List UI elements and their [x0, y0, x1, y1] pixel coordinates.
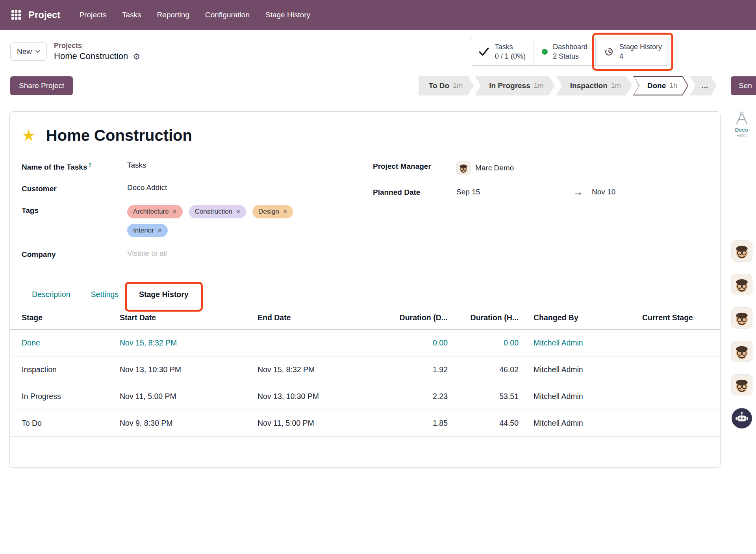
header-duration-hours[interactable]: Duration (H...: [452, 306, 523, 330]
breadcrumb-area: New Projects Home Construction ⚙: [10, 42, 140, 61]
stage-status-bar: To Do 1m In Progress 1m Inspaction 1m Do…: [419, 76, 717, 96]
cell-current-stage: [637, 329, 721, 356]
table-row-todo[interactable]: To Do Nov 9, 8:30 PM Nov 11, 5:00 PM 1.8…: [10, 410, 721, 436]
apps-grid-icon[interactable]: [11, 10, 21, 20]
odoobot-avatar[interactable]: [731, 408, 752, 429]
tag-construction[interactable]: Construction×: [189, 205, 246, 218]
header-start-date[interactable]: Start Date: [115, 306, 253, 330]
nav-item-configuration[interactable]: Configuration: [205, 11, 250, 19]
field-tags: Tags Architecture× Construction× Design×: [22, 205, 357, 237]
main-column: New Projects Home Construction ⚙ Tasks: [0, 30, 727, 554]
header-stage[interactable]: Stage: [10, 306, 115, 330]
nav-item-tasks[interactable]: Tasks: [122, 11, 141, 19]
tag-remove-icon[interactable]: ×: [173, 208, 177, 216]
cell-current-stage: [637, 383, 721, 410]
stage-done-active[interactable]: Done 1h: [633, 76, 689, 96]
nav-item-stage-history[interactable]: Stage History: [265, 11, 310, 19]
cell-start-date: Nov 9, 8:30 PM: [115, 410, 253, 436]
tag-architecture[interactable]: Architecture×: [127, 205, 183, 218]
header-changed-by[interactable]: Changed By: [523, 306, 637, 330]
header-end-date[interactable]: End Date: [253, 306, 371, 330]
smart-button-stage-history-value: 4: [619, 52, 662, 61]
nav-item-projects[interactable]: Projects: [79, 11, 106, 19]
header-current-stage[interactable]: Current Stage: [637, 306, 721, 330]
cell-changed-by: Mitchell Admin: [523, 329, 637, 356]
send-message-button[interactable]: Sen: [731, 76, 756, 95]
manager-avatar[interactable]: [456, 161, 471, 175]
new-button[interactable]: New: [10, 42, 47, 61]
cell-end-date: Nov 11, 5:00 PM: [253, 410, 371, 436]
smart-button-tasks-value: 0 / 1 (0%): [495, 52, 526, 61]
tag-remove-icon[interactable]: ×: [283, 208, 287, 216]
breadcrumb: Projects Home Construction ⚙: [54, 42, 140, 61]
smart-buttons: Tasks 0 / 1 (0%) Dashboard 2 Status: [470, 38, 670, 66]
help-question-icon[interactable]: ?: [88, 162, 91, 168]
caret-down-icon: [35, 50, 40, 53]
breadcrumb-current: Home Construction: [54, 51, 128, 61]
cell-duration-hours: 53.51: [452, 383, 523, 410]
table-row-done[interactable]: Done Nov 15, 8:32 PM 0.00 0.00 Mitchell …: [10, 329, 721, 356]
stage-overflow-ellipsis[interactable]: ...: [689, 76, 717, 96]
new-button-label: New: [17, 47, 32, 56]
field-value-customer[interactable]: Deco Addict: [127, 183, 167, 192]
field-value-name-of-tasks[interactable]: Tasks: [127, 161, 146, 170]
table-row-in-progress[interactable]: In Progress Nov 11, 5:00 PM Nov 13, 10:3…: [10, 383, 721, 410]
logo-subtitle: Addict: [728, 133, 756, 137]
tag-remove-icon[interactable]: ×: [236, 208, 240, 216]
stage-todo[interactable]: To Do 1m: [419, 76, 474, 96]
field-project-manager: Project Manager Marc Demo: [373, 161, 708, 175]
cell-duration-hours: 44.50: [452, 410, 523, 436]
check-icon: [478, 46, 490, 57]
cell-duration-days: 1.92: [371, 356, 452, 383]
nav-item-reporting[interactable]: Reporting: [157, 11, 189, 19]
smart-button-dashboard[interactable]: Dashboard 2 Status: [534, 38, 595, 65]
planned-date-start[interactable]: Sep 15: [456, 188, 573, 196]
follower-avatar[interactable]: [731, 307, 752, 329]
cell-stage: Done: [10, 329, 115, 356]
cell-end-date: Nov 13, 10:30 PM: [253, 383, 371, 410]
field-planned-date: Planned Date Sep 15 → Nov 10: [373, 187, 708, 197]
smart-button-tasks[interactable]: Tasks 0 / 1 (0%): [470, 38, 534, 65]
share-project-button[interactable]: Share Project: [10, 76, 73, 95]
field-value-company-placeholder[interactable]: Visible to all: [127, 249, 167, 258]
header-duration-days[interactable]: Duration (D...: [371, 306, 452, 330]
smart-button-dashboard-value: 2 Status: [553, 52, 587, 61]
field-value-project-manager[interactable]: Marc Demo: [475, 164, 514, 172]
project-form-card: ★ Home Construction Name of the Tasks? T…: [9, 111, 721, 468]
cell-end-date: [253, 329, 371, 356]
table-row-inspaction[interactable]: Inspaction Nov 13, 10:30 PM Nov 15, 8:32…: [10, 356, 721, 383]
stage-history-table: Stage Start Date End Date Duration (D...…: [10, 306, 721, 437]
planned-date-end[interactable]: Nov 10: [592, 188, 615, 196]
cell-changed-by: Mitchell Admin: [523, 356, 637, 383]
cell-changed-by: Mitchell Admin: [523, 410, 637, 436]
follower-avatar[interactable]: [731, 240, 752, 262]
smart-button-stage-history[interactable]: Stage History 4: [595, 38, 670, 65]
history-clock-icon: [604, 46, 614, 57]
stage-in-progress[interactable]: In Progress 1m: [475, 76, 555, 96]
logo-title: Deco: [728, 127, 756, 133]
tab-description[interactable]: Description: [22, 284, 81, 306]
cell-duration-days: 1.85: [371, 410, 452, 436]
gear-icon[interactable]: ⚙: [133, 52, 140, 61]
tab-stage-history[interactable]: Stage History: [129, 284, 199, 306]
tag-design[interactable]: Design×: [252, 205, 293, 218]
tag-interior[interactable]: Interior×: [127, 224, 168, 237]
date-range-arrow-icon: →: [573, 187, 583, 197]
follower-avatar[interactable]: [731, 274, 752, 295]
breadcrumb-parent[interactable]: Projects: [54, 42, 140, 50]
follower-avatar[interactable]: [731, 374, 752, 395]
customer-logo: Deco Addict: [728, 111, 756, 137]
cell-stage: Inspaction: [10, 356, 115, 383]
tab-settings[interactable]: Settings: [81, 284, 129, 306]
follower-avatar[interactable]: [731, 341, 752, 362]
cell-duration-days: 0.00: [371, 329, 452, 356]
cell-start-date: Nov 15, 8:32 PM: [115, 329, 253, 356]
project-title[interactable]: Home Construction: [46, 127, 192, 144]
cell-changed-by: Mitchell Admin: [523, 383, 637, 410]
rail-divider: [727, 100, 756, 100]
cell-stage: In Progress: [10, 383, 115, 410]
tag-remove-icon[interactable]: ×: [158, 227, 162, 235]
stage-inspaction[interactable]: Inspaction 1m: [556, 76, 632, 96]
app-name[interactable]: Project: [28, 9, 60, 20]
favorite-star-icon[interactable]: ★: [22, 127, 36, 143]
